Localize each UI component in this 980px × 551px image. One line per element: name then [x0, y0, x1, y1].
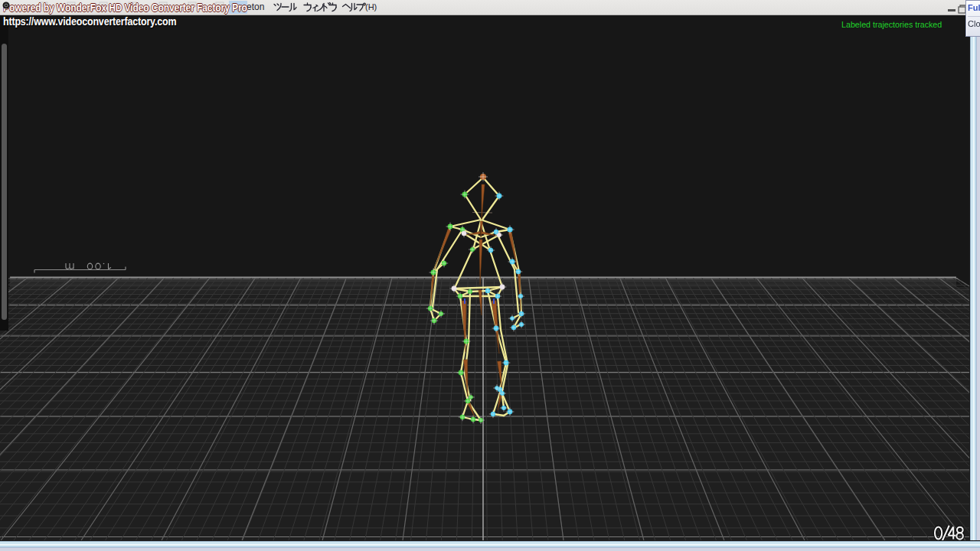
svg-text:Labeled trajectories tracked: Labeled trajectories tracked	[841, 19, 942, 28]
svg-text:(H): (H)	[365, 2, 377, 11]
svg-text:eton: eton	[247, 2, 264, 12]
